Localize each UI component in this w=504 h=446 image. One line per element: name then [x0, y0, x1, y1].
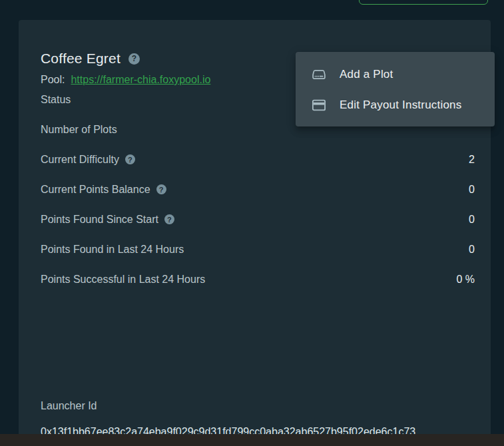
top-outlined-button[interactable]	[359, 0, 488, 5]
menu-item-label: Add a Plot	[340, 68, 393, 81]
menu-item-edit-payout-instructions[interactable]: Edit Payout Instructions	[296, 90, 495, 120]
stat-row-points-successful-24h: Points Successful in Last 24 Hours 0 %	[19, 264, 491, 294]
bottom-bar	[0, 434, 504, 446]
help-icon[interactable]: ?	[128, 53, 140, 65]
stat-label: Points Found in Last 24 Hours	[41, 244, 184, 256]
stat-row-points-found-since-start: Points Found Since Start ? 0	[19, 204, 491, 234]
stat-value: 0	[469, 184, 475, 196]
card-title: Coffee Egret	[41, 51, 121, 67]
launcher-id-label: Launcher Id	[41, 400, 97, 412]
stat-value: 0	[469, 214, 475, 226]
menu-item-label: Edit Payout Instructions	[340, 99, 461, 112]
stat-value: 2	[469, 154, 475, 166]
stat-row-points-found-24h: Points Found in Last 24 Hours 0	[19, 234, 491, 264]
stat-value: 0	[469, 244, 475, 256]
stat-value: 0 %	[456, 274, 475, 286]
menu-item-add-a-plot[interactable]: Add a Plot	[296, 59, 495, 90]
stat-label: Current Difficulty	[41, 154, 119, 166]
stat-row-current-points-balance: Current Points Balance ? 0	[19, 174, 491, 204]
drive-icon	[310, 66, 328, 83]
stat-label: Points Successful in Last 24 Hours	[41, 274, 205, 286]
credit-card-icon	[310, 97, 328, 114]
stat-label: Current Points Balance	[41, 184, 150, 196]
stat-label: Number of Plots	[41, 124, 117, 136]
stat-label: Points Found Since Start	[41, 214, 158, 226]
stat-row-current-difficulty: Current Difficulty ? 2	[19, 144, 491, 174]
help-icon[interactable]: ?	[156, 184, 166, 194]
context-menu: Add a Plot Edit Payout Instructions	[296, 52, 495, 126]
stat-label: Status	[41, 94, 71, 106]
help-icon[interactable]: ?	[125, 154, 135, 164]
help-icon[interactable]: ?	[164, 214, 174, 224]
